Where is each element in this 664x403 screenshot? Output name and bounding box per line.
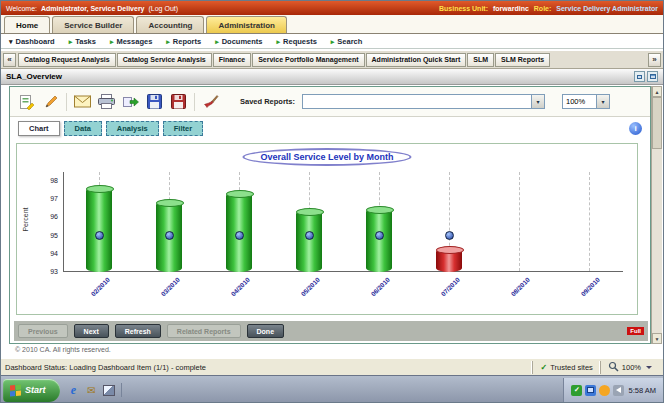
panel-menu-icon[interactable] xyxy=(647,71,658,82)
y-tick-label: 98 xyxy=(50,177,58,184)
tab-home[interactable]: Home xyxy=(4,16,50,33)
x-tick-label: 08/2010 xyxy=(509,276,531,298)
y-tick-label: 93 xyxy=(50,268,58,275)
dashboard-tab-service-portfolio-management[interactable]: Service Portfolio Management xyxy=(252,53,364,67)
x-tick-label: 05/2010 xyxy=(299,276,321,298)
edit-pencil-icon[interactable] xyxy=(42,93,59,110)
plot-area xyxy=(63,172,623,272)
dashboard-tab-administration-quick-start[interactable]: Administration Quick Start xyxy=(366,53,467,67)
y-axis-title: Percent xyxy=(22,200,29,240)
system-tray: 5:58 AM xyxy=(563,378,663,403)
print-icon[interactable] xyxy=(98,93,115,110)
nav-item-reports[interactable]: Reports xyxy=(166,37,201,46)
button-done[interactable]: Done xyxy=(247,324,285,338)
panel-title: SLA_Overview xyxy=(6,72,62,81)
bar-05-2010[interactable] xyxy=(296,210,322,272)
chevron-down-icon xyxy=(646,366,652,369)
toolbar-separator xyxy=(66,93,67,111)
logout-link[interactable]: (Log Out) xyxy=(149,5,179,12)
save-icon[interactable] xyxy=(146,93,163,110)
target-marker xyxy=(375,231,384,240)
chevron-down-icon[interactable] xyxy=(531,95,544,108)
dashboard-tab-finance[interactable]: Finance xyxy=(213,53,251,67)
button-refresh[interactable]: Refresh xyxy=(115,324,161,338)
scroll-down-icon[interactable] xyxy=(652,333,662,344)
nav-item-requests[interactable]: Requests xyxy=(277,37,317,46)
browser-zoom[interactable]: 100% xyxy=(600,361,659,374)
application-window: Welcome: Administrator, Service Delivery… xyxy=(0,0,664,403)
role-value: Service Delivery Administrator xyxy=(556,5,658,12)
volume-icon xyxy=(613,385,624,396)
dashboard-tab-catalog-service-analysis[interactable]: Catalog Service Analysis xyxy=(117,53,212,67)
report-design-icon[interactable] xyxy=(18,93,35,110)
chart-panel: Overall Service Level by Month Percent 9… xyxy=(16,143,638,315)
sub-nav: Dashboard TasksMessagesReportsDocumentsR… xyxy=(1,34,663,49)
bar-02-2010[interactable] xyxy=(86,187,112,272)
zone-label: Trusted sites xyxy=(550,363,593,372)
scrollbar-thumb[interactable] xyxy=(652,97,662,149)
info-icon[interactable] xyxy=(629,122,642,135)
full-badge: Full xyxy=(627,327,644,335)
nav-item-messages[interactable]: Messages xyxy=(110,37,152,46)
dashboard-tab-slm[interactable]: SLM xyxy=(467,53,494,67)
quick-launch xyxy=(67,383,122,397)
business-unit-value: forwardinc xyxy=(493,5,529,12)
view-tab-filter[interactable]: Filter xyxy=(163,121,203,136)
format-brush-icon[interactable] xyxy=(202,93,219,110)
gridline xyxy=(519,172,520,271)
button-next[interactable]: Next xyxy=(74,324,109,338)
nav-arrow-icon xyxy=(331,37,335,46)
email-icon[interactable] xyxy=(85,383,99,397)
welcome-label: Welcome: xyxy=(6,5,37,12)
nav-item-label: Requests xyxy=(283,37,317,46)
email-icon[interactable] xyxy=(74,93,91,110)
dashboard-tab-slm-reports[interactable]: SLM Reports xyxy=(495,53,550,67)
start-button[interactable]: Start xyxy=(3,379,60,402)
target-marker xyxy=(305,231,314,240)
nav-item-dashboard[interactable]: Dashboard xyxy=(9,37,55,46)
scroll-up-icon[interactable] xyxy=(652,86,662,97)
tab-accounting[interactable]: Accounting xyxy=(136,16,204,33)
maximize-panel-icon[interactable] xyxy=(634,71,645,82)
nav-arrow-icon xyxy=(215,37,219,46)
footer-button-bar: PreviousNextRefreshRelated ReportsDone F… xyxy=(14,321,648,341)
nav-arrow-icon xyxy=(277,37,281,46)
nav-item-search[interactable]: Search xyxy=(331,37,363,46)
chevron-down-icon[interactable] xyxy=(596,95,609,108)
saved-reports-select[interactable] xyxy=(302,94,545,109)
toolbar-icons xyxy=(18,93,219,111)
panel-header: SLA_Overview xyxy=(1,69,663,85)
dashboard-tab-catalog-request-analysis[interactable]: Catalog Request Analysis xyxy=(18,53,116,67)
nav-arrow-icon xyxy=(166,37,170,46)
check-icon xyxy=(540,363,547,372)
target-marker xyxy=(95,231,104,240)
gridline xyxy=(589,172,590,271)
button-related-reports: Related Reports xyxy=(167,324,241,338)
y-tick-label: 97 xyxy=(50,195,58,202)
view-tab-analysis[interactable]: Analysis xyxy=(106,121,159,136)
export-icon[interactable] xyxy=(122,93,139,110)
zoom-select[interactable]: 100% xyxy=(562,94,610,109)
view-tab-chart[interactable]: Chart xyxy=(18,121,60,136)
copyright-text: © 2010 CA. All rights reserved. xyxy=(15,346,111,353)
vertical-scrollbar[interactable] xyxy=(651,86,662,344)
bar-06-2010[interactable] xyxy=(366,208,392,272)
view-tab-data[interactable]: Data xyxy=(64,121,102,136)
network-icon xyxy=(585,385,596,396)
nav-item-documents[interactable]: Documents xyxy=(215,37,262,46)
chart-title: Overall Service Level by Month xyxy=(242,148,411,166)
save-as-icon[interactable] xyxy=(170,93,187,110)
tab-administration[interactable]: Administration xyxy=(206,16,286,33)
tab-service-builder[interactable]: Service Builder xyxy=(52,16,134,33)
saved-reports-label: Saved Reports: xyxy=(240,97,295,106)
show-desktop-icon[interactable] xyxy=(103,385,115,396)
nav-item-label: Messages xyxy=(116,37,152,46)
nav-item-label: Documents xyxy=(222,37,263,46)
business-unit-label: Business Unit: xyxy=(439,5,488,12)
nav-item-tasks[interactable]: Tasks xyxy=(69,37,96,46)
scroll-tabs-right-icon[interactable] xyxy=(648,53,661,67)
bar-07-2010[interactable] xyxy=(436,248,462,272)
view-tabs: ChartDataAnalysisFilter xyxy=(18,121,203,136)
scroll-tabs-left-icon[interactable] xyxy=(3,53,16,67)
ie-icon[interactable] xyxy=(67,383,81,397)
